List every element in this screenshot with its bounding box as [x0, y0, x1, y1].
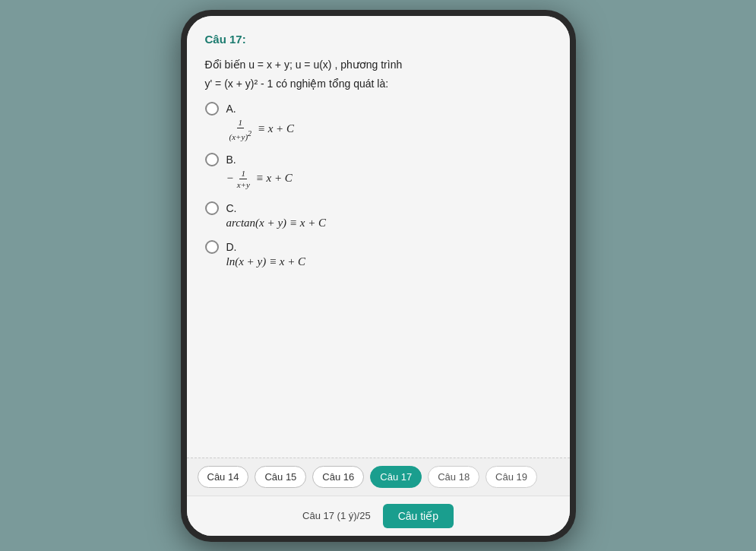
nav-btn-cau14[interactable]: Câu 14 [198, 466, 249, 488]
phone-frame: Câu 17: Đổi biến u = x + y; u = u(x) , p… [181, 10, 576, 542]
next-button[interactable]: Câu tiếp [383, 504, 454, 528]
option-b[interactable]: B. − 1 x+y ≡ x + C [205, 153, 552, 191]
option-b-formula: − 1 x+y ≡ x + C [226, 168, 552, 191]
navigation-strip: Câu 14 Câu 15 Câu 16 Câu 17 Câu 18 Câu 1… [187, 458, 570, 496]
option-d-letter: D. [226, 241, 237, 253]
radio-c[interactable] [205, 201, 219, 215]
nav-btn-cau19[interactable]: Câu 19 [486, 466, 537, 488]
nav-btn-cau18[interactable]: Câu 18 [428, 466, 479, 488]
radio-d[interactable] [205, 240, 219, 254]
nav-btn-cau17[interactable]: Câu 17 [370, 466, 422, 488]
bottom-bar: Câu 17 (1 ý)/25 Câu tiếp [187, 496, 570, 536]
option-d-formula: ln(x + y) ≡ x + C [226, 255, 552, 268]
phone-screen: Câu 17: Đổi biến u = x + y; u = u(x) , p… [187, 16, 570, 536]
question-intro: Đổi biến u = x + y; u = u(x) , phương tr… [205, 56, 552, 73]
nav-btn-cau16[interactable]: Câu 16 [312, 466, 364, 488]
option-d[interactable]: D. ln(x + y) ≡ x + C [205, 240, 552, 268]
content-area: Câu 17: Đổi biến u = x + y; u = u(x) , p… [187, 16, 570, 458]
option-a-formula: 1 (x+y)2 ≡ x + C [226, 117, 552, 142]
options-list: A. 1 (x+y)2 ≡ x + C B. [205, 102, 552, 268]
option-a-letter: A. [226, 103, 236, 115]
nav-btn-cau15[interactable]: Câu 15 [255, 466, 306, 488]
bottom-status: Câu 17 (1 ý)/25 [302, 510, 371, 521]
radio-b[interactable] [205, 153, 219, 166]
radio-a[interactable] [205, 102, 219, 116]
option-c[interactable]: C. arctan(x + y) ≡ x + C [205, 201, 552, 230]
question-label: Câu 17: [205, 33, 552, 46]
option-c-letter: C. [226, 202, 237, 214]
option-a[interactable]: A. 1 (x+y)2 ≡ x + C [205, 102, 552, 142]
question-equation: y' = (x + y)² - 1 có nghiệm tổng quát là… [205, 78, 552, 90]
option-b-letter: B. [226, 154, 236, 166]
option-c-formula: arctan(x + y) ≡ x + C [226, 217, 552, 230]
